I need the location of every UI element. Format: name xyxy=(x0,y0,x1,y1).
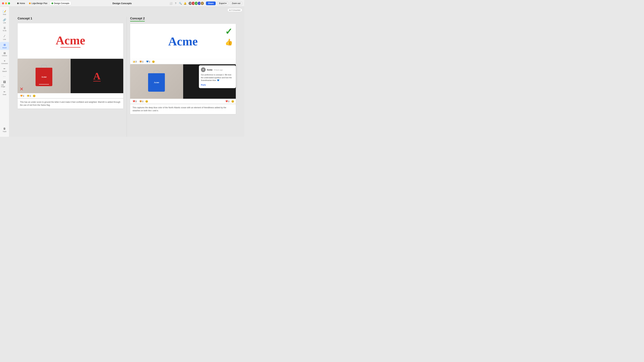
tab-home[interactable]: Home xyxy=(16,1,27,5)
board-icon: ⊞ xyxy=(4,43,6,46)
sidebar-item-add-image[interactable]: 🖼 Add image xyxy=(0,79,9,89)
reaction-star-2[interactable]: 🤩 1 xyxy=(138,60,144,63)
reaction-add-button-2-bottom[interactable]: 😊 xyxy=(145,100,148,103)
thumbsup-emoji-2: 👍 xyxy=(133,60,135,63)
sidebar-add-image-label: Add image xyxy=(1,84,8,87)
bag-underline xyxy=(39,84,49,84)
sidebar-comment-label: Comment xyxy=(1,63,8,64)
bell-icon[interactable]: 🔔 xyxy=(184,2,186,5)
sidebar-link-label: Link xyxy=(3,22,6,24)
sketch-icon: ✏ xyxy=(4,67,6,70)
concept-1-title: Concept 1 xyxy=(18,17,32,21)
concept-1-acme-text: Acme xyxy=(56,34,85,48)
sidebar-sketch-label: Sketch xyxy=(2,70,7,72)
star-count-2: 1 xyxy=(142,61,143,63)
sidebar-item-draw[interactable]: ✏ Draw xyxy=(0,89,9,97)
sign-underline xyxy=(93,81,100,81)
comment-popup: A Acme 4 hours ago Our preference is con… xyxy=(199,65,236,88)
zoom-out-button[interactable]: Zoom out xyxy=(230,1,242,5)
tab-bar: Home Logo Design Plan Design Concepts xyxy=(16,1,71,5)
sidebar-item-column[interactable]: ▤ Column xyxy=(0,50,9,58)
star-emoji-2b: 🤩 xyxy=(140,100,142,102)
comment-text: Our preference is concept 2. We love the… xyxy=(201,73,234,82)
export-button[interactable]: Export ▾ xyxy=(217,1,228,5)
tab-design-label: Design Concepts xyxy=(54,2,69,4)
concept-1-logo: Acme xyxy=(56,34,85,48)
heart-right-count: 1 xyxy=(228,100,229,102)
titlebar-right: ⬜ ? 🔍 🔔 👁 A B C D Share Export ▾ Zoom ou… xyxy=(170,1,242,5)
star-emoji-2: 🤩 xyxy=(140,60,142,63)
sidebar-item-more[interactable]: ··· xyxy=(0,74,9,79)
sidebar-draw-label: Draw xyxy=(3,94,6,95)
reply-button[interactable]: Reply xyxy=(201,84,206,86)
concept-2-logo-card: Acme 👍 2 🤩 1 💙 1 😊 xyxy=(130,24,236,64)
comment-avatar: A xyxy=(201,67,206,72)
reaction-smile-1[interactable]: 😊 1 xyxy=(26,94,32,97)
draw-icon: ✏ xyxy=(4,90,6,93)
collaborators: 👁 A B C D xyxy=(188,1,204,5)
sidebar-column-label: Column xyxy=(2,55,7,56)
reaction-heart-1[interactable]: 🧡 1 xyxy=(19,94,25,97)
reaction-thumbsup-2[interactable]: 👍 2 xyxy=(132,60,138,63)
reaction-add-right[interactable]: 😊 xyxy=(231,100,234,103)
heart-right-emoji: ❤️ xyxy=(226,100,228,102)
comment-header: A Acme 4 hours ago xyxy=(201,67,234,72)
comment-author: Acme xyxy=(207,69,212,71)
minimize-button[interactable] xyxy=(5,2,7,4)
concept-2-bag-section: Acme xyxy=(130,64,183,99)
concept-1-bag-section: Acme ✕ xyxy=(18,59,70,93)
bag-text-blue: Acme xyxy=(154,81,159,84)
comment-time: 4 hours ago xyxy=(214,69,223,71)
sidebar-note-label: Note xyxy=(3,13,6,15)
sidebar: 📝 Note 🔗 Link ☰ To-do ∕ Line ⊞ Board ▤ C… xyxy=(0,7,9,137)
sidebar-item-sketch[interactable]: ✏ Sketch xyxy=(0,66,9,73)
concept-2-image-reactions: ❤️ 2 🤩 1 😊 ❤️ 1 😊 xyxy=(130,99,236,104)
reaction-heart-2[interactable]: ❤️ 2 xyxy=(132,100,138,103)
blue-bag: Acme xyxy=(148,73,165,92)
maximize-button[interactable] xyxy=(8,2,10,4)
sidebar-item-comment[interactable]: ≡ Comment xyxy=(0,58,9,66)
sidebar-item-board[interactable]: ⊞ Board xyxy=(0,42,9,50)
red-bag: Acme xyxy=(36,68,52,86)
sign-letter-red: A xyxy=(93,71,100,81)
sidebar-item-todo[interactable]: ☰ To-do xyxy=(0,25,9,33)
bag-handle xyxy=(41,65,47,68)
sidebar-item-trash[interactable]: 🗑 Trash xyxy=(0,126,9,134)
concept-1-logo-area: Acme xyxy=(18,23,123,58)
column-icon: ▤ xyxy=(4,52,6,54)
sign-content: A xyxy=(93,59,100,93)
todo-icon: ☰ xyxy=(4,27,6,29)
sidebar-todo-label: To-do xyxy=(3,30,6,31)
sidebar-item-note[interactable]: 📝 Note xyxy=(0,8,9,16)
share-button[interactable]: Share xyxy=(206,1,216,5)
sidebar-item-line[interactable]: ∕ Line xyxy=(0,33,9,41)
concept-1-desc-card: This has an under score to ground the le… xyxy=(18,98,123,109)
unsorted-badge[interactable]: ⊞ 0 Unsorted xyxy=(228,8,242,12)
sidebar-item-link[interactable]: 🔗 Link xyxy=(0,17,9,25)
reaction-heart-blue-2[interactable]: 💙 1 xyxy=(145,60,151,63)
screen-icon[interactable]: ⬜ xyxy=(170,2,172,5)
export-label: Export xyxy=(219,2,225,4)
tab-design-concepts[interactable]: Design Concepts xyxy=(50,1,71,5)
heart-count-1: 1 xyxy=(23,95,24,97)
design-tab-dot xyxy=(52,2,53,4)
concept-2-top-reactions: 👍 2 🤩 1 💙 1 😊 xyxy=(130,59,236,64)
add-image-icon: 🖼 xyxy=(3,81,6,84)
comment-meta: Acme 4 hours ago xyxy=(207,68,223,71)
unsorted-label: 0 Unsorted xyxy=(231,9,240,11)
help-icon[interactable]: ? xyxy=(174,2,177,5)
comment-icon: ≡ xyxy=(4,59,5,62)
concept-2-title: Concept 2 xyxy=(130,17,145,21)
checkmark-overlay: ✓ xyxy=(225,27,232,36)
concept-1-image-reactions: 🧡 1 😊 1 😊 xyxy=(18,93,123,98)
reaction-add-button-1[interactable]: 😊 xyxy=(33,94,36,97)
main-canvas: ⊞ 0 Unsorted Concept 1 Acme xyxy=(9,7,244,137)
close-button[interactable] xyxy=(2,2,4,4)
concept-1-panel: Concept 1 Acme xyxy=(14,17,126,137)
reaction-add-button-2-top[interactable]: 😊 xyxy=(152,60,155,63)
search-icon[interactable]: 🔍 xyxy=(179,2,182,5)
reaction-heart-right[interactable]: ❤️ 1 xyxy=(224,100,230,103)
bag-text-red: Acme xyxy=(41,76,46,78)
reaction-star-2b[interactable]: 🤩 1 xyxy=(138,100,144,103)
logo-tab-dot xyxy=(29,2,31,4)
